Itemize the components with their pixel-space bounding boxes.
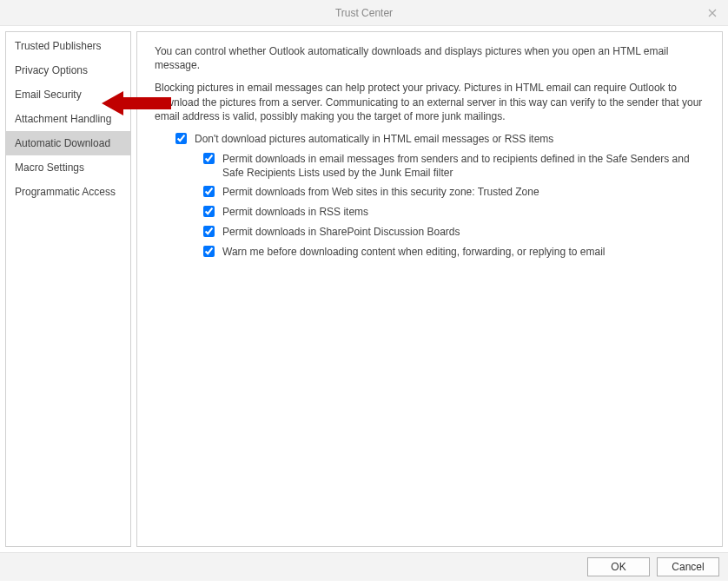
sidebar-item-attachment-handling[interactable]: Attachment Handling	[6, 107, 130, 131]
sidebar-item-automatic-download[interactable]: Automatic Download	[6, 131, 130, 155]
option-dont-download[interactable]: Don't download pictures automatically in…	[172, 132, 708, 147]
checkbox[interactable]	[175, 133, 187, 144]
checkbox[interactable]	[203, 226, 215, 237]
sidebar-item-label: Email Security	[15, 89, 82, 101]
sidebar-item-trusted-publishers[interactable]: Trusted Publishers	[6, 34, 130, 58]
sidebar-item-macro-settings[interactable]: Macro Settings	[6, 155, 130, 180]
option-label: Permit downloads in SharePoint Discussio…	[222, 225, 708, 239]
dialog-body: Trusted Publishers Privacy Options Email…	[0, 26, 728, 552]
checkbox[interactable]	[203, 153, 215, 164]
checkbox[interactable]	[203, 206, 215, 217]
option-permit-trusted-zone[interactable]: Permit downloads from Web sites in this …	[200, 185, 708, 200]
sidebar-item-privacy-options[interactable]: Privacy Options	[6, 58, 130, 82]
option-permit-rss[interactable]: Permit downloads in RSS items	[200, 205, 708, 220]
option-warn-before-download[interactable]: Warn me before downloading content when …	[200, 245, 708, 260]
sidebar: Trusted Publishers Privacy Options Email…	[5, 31, 131, 547]
intro-paragraph-1: You can control whether Outlook automati…	[155, 44, 708, 72]
checkbox[interactable]	[203, 186, 215, 197]
sidebar-item-label: Macro Settings	[15, 161, 84, 174]
option-permit-safe-senders[interactable]: Permit downloads in email messages from …	[200, 152, 708, 180]
checkbox[interactable]	[203, 246, 215, 257]
sidebar-item-email-security[interactable]: Email Security	[6, 82, 130, 107]
sidebar-item-label: Automatic Download	[15, 137, 110, 149]
sidebar-item-label: Trusted Publishers	[15, 40, 102, 52]
sidebar-item-label: Programmatic Access	[15, 186, 116, 198]
option-permit-sharepoint[interactable]: Permit downloads in SharePoint Discussio…	[200, 225, 708, 240]
sidebar-item-label: Attachment Handling	[15, 113, 111, 125]
sidebar-item-programmatic-access[interactable]: Programmatic Access	[6, 180, 130, 204]
option-label: Permit downloads in email messages from …	[222, 152, 708, 180]
close-icon[interactable]	[704, 4, 721, 22]
intro-paragraph-2: Blocking pictures in email messages can …	[155, 81, 708, 123]
window-title: Trust Center	[335, 7, 393, 19]
dialog-footer: OK Cancel	[0, 552, 728, 581]
ok-button[interactable]: OK	[587, 557, 650, 576]
cancel-button[interactable]: Cancel	[657, 557, 719, 576]
option-label: Don't download pictures automatically in…	[195, 132, 708, 146]
titlebar: Trust Center	[0, 0, 728, 26]
content-panel: You can control whether Outlook automati…	[136, 31, 723, 547]
option-label: Permit downloads in RSS items	[222, 205, 708, 219]
sidebar-item-label: Privacy Options	[15, 64, 88, 76]
option-label: Warn me before downloading content when …	[222, 245, 708, 259]
option-label: Permit downloads from Web sites in this …	[222, 185, 708, 199]
